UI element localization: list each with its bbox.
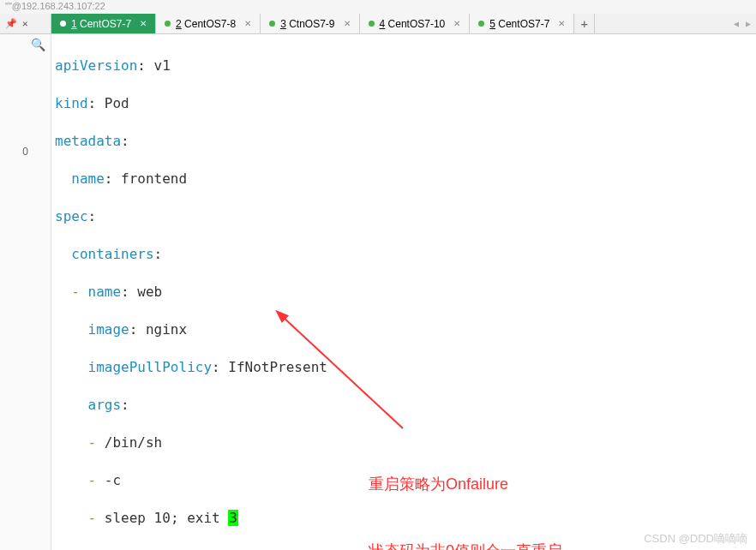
code-line: apiVersion: v1 xyxy=(51,57,756,75)
watermark: CSDN @DDD嘀嘀嘀 xyxy=(644,531,747,547)
tab-label: 5 CentOS7-7 xyxy=(489,18,549,30)
toolbar-left: 📌 ✕ xyxy=(0,14,51,33)
close-panel-icon[interactable]: ✕ xyxy=(22,18,28,29)
search-icon[interactable]: 🔍 xyxy=(5,38,45,51)
tab-label: 2 CentOS7-8 xyxy=(176,18,236,30)
tab-bar: 1 CentOS7-7 ✕ 2 CentOS7-8 ✕ 3 CtnOS7-9 ✕… xyxy=(51,14,729,33)
tab-close-icon[interactable]: ✕ xyxy=(244,19,251,28)
annotation-text: 重启策略为Onfailure 状态码为非0值则会一直重启 xyxy=(369,428,562,550)
status-dot-icon xyxy=(369,21,375,27)
status-dot-icon xyxy=(165,21,171,27)
main-area: 🔍 0 apiVersion: v1 kind: Pod metadata: n… xyxy=(0,34,756,550)
code-line: kind: Pod xyxy=(51,94,756,113)
gutter: 🔍 0 xyxy=(0,34,51,550)
tab-3[interactable]: 3 CtnOS7-9 ✕ xyxy=(261,14,359,33)
tab-nav: ◀ ▶ xyxy=(729,14,756,33)
tab-label: 4 CentOS7-10 xyxy=(380,18,446,30)
tab-2[interactable]: 2 CentOS7-8 ✕ xyxy=(156,14,261,33)
tab-label: 1 CentOS7-7 xyxy=(71,18,131,30)
status-dot-icon xyxy=(269,21,275,27)
tab-close-icon[interactable]: ✕ xyxy=(344,19,351,28)
add-tab-button[interactable]: + xyxy=(574,14,595,33)
pin-icon[interactable]: 📌 xyxy=(5,18,17,29)
status-dot-icon xyxy=(60,21,66,27)
tab-5[interactable]: 5 CentOS7-7 ✕ xyxy=(470,14,574,33)
tab-close-icon[interactable]: ✕ xyxy=(453,19,460,28)
nav-prev-icon[interactable]: ◀ xyxy=(734,19,739,28)
code-line: metadata: xyxy=(51,132,756,151)
code-line: - name: web xyxy=(51,283,756,302)
code-line: args: xyxy=(51,396,756,415)
tab-1[interactable]: 1 CentOS7-7 ✕ xyxy=(51,14,156,33)
status-dot-icon xyxy=(478,21,484,27)
tab-close-icon[interactable]: ✕ xyxy=(140,19,147,28)
line-marker: 0 xyxy=(5,146,45,158)
title-bar: ""@192.168.243.107:22 xyxy=(0,0,756,14)
code-line: imagePullPolicy: IfNotPresent xyxy=(51,358,756,377)
tab-4[interactable]: 4 CentOS7-10 ✕ xyxy=(360,14,471,33)
tab-close-icon[interactable]: ✕ xyxy=(558,19,565,28)
cursor-highlight: 3 xyxy=(228,510,238,526)
code-line: spec: xyxy=(51,207,756,226)
tab-label: 3 CtnOS7-9 xyxy=(280,18,334,30)
connection-text: ""@192.168.243.107:22 xyxy=(5,1,105,11)
nav-next-icon[interactable]: ▶ xyxy=(746,19,751,28)
code-line: name: frontend xyxy=(51,170,756,188)
code-line: containers: xyxy=(51,245,756,264)
editor[interactable]: apiVersion: v1 kind: Pod metadata: name:… xyxy=(51,34,756,550)
toolbar: 📌 ✕ 1 CentOS7-7 ✕ 2 CentOS7-8 ✕ 3 CtnOS7… xyxy=(0,14,756,34)
code-line: image: nginx xyxy=(51,320,756,339)
